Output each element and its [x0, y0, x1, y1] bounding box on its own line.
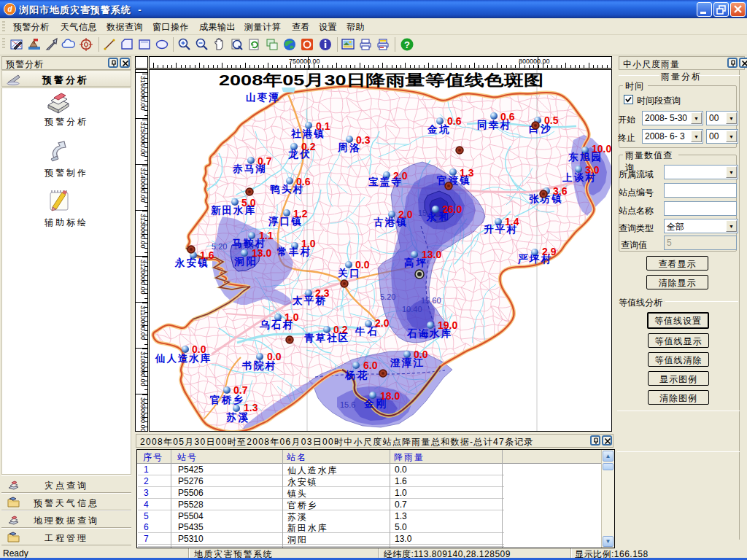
svg-text:永安镇: 永安镇	[174, 257, 209, 268]
svg-text:上谈村: 上谈村	[562, 172, 596, 183]
svg-text:d: d	[7, 5, 12, 13]
svg-text:太平桥: 太平桥	[292, 295, 326, 306]
svg-text:仙人造水库: 仙人造水库	[155, 353, 211, 364]
svg-text:常丰村: 常丰村	[276, 246, 311, 257]
svg-text:5.20: 5.20	[380, 292, 395, 301]
svg-text:2008年05月30日降雨量等值线色斑图: 2008年05月30日降雨量等值线色斑图	[219, 71, 543, 88]
svg-text:山枣潭: 山枣潭	[246, 92, 279, 103]
svg-text:书院村: 书院村	[241, 359, 276, 371]
svg-text:社港镇: 社港镇	[290, 128, 325, 139]
svg-text:?: ?	[404, 39, 410, 50]
svg-text:10.40: 10.40	[402, 305, 422, 314]
svg-text:淳口镇: 淳口镇	[268, 215, 302, 227]
svg-text:15.6: 15.6	[340, 400, 355, 409]
svg-text:官渡镇: 官渡镇	[437, 175, 471, 186]
svg-text:古港镇: 古港镇	[374, 217, 407, 228]
svg-text:官桥乡: 官桥乡	[210, 394, 244, 405]
svg-text:宝盖寺: 宝盖寺	[368, 176, 402, 187]
svg-text:乌石村: 乌石村	[259, 319, 293, 330]
svg-text:东旭园: 东旭园	[568, 152, 601, 163]
svg-text:升平村: 升平村	[483, 224, 517, 235]
svg-text:青草社区: 青草社区	[304, 332, 349, 343]
svg-text:赤马湖: 赤马湖	[232, 163, 266, 174]
svg-text:同幸村: 同幸村	[477, 120, 511, 131]
svg-text:澄潭江: 澄潭江	[390, 357, 424, 368]
svg-text:15.60: 15.60	[421, 296, 441, 305]
svg-text:鸭头村: 鸭头村	[270, 184, 303, 195]
svg-text:严坪村: 严坪村	[517, 254, 551, 265]
